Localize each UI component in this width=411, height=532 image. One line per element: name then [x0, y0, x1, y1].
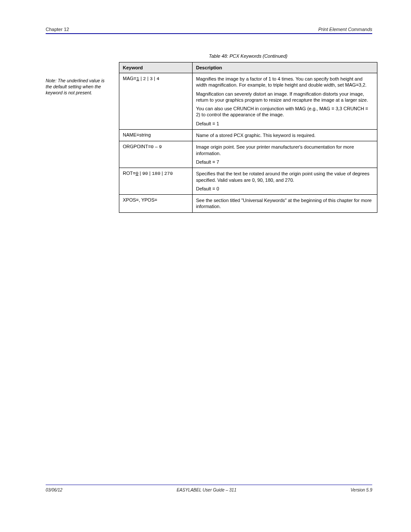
header-section: Print Element Commands: [318, 27, 372, 32]
description-cell: Magnifies the image by a factor of 1 to …: [193, 73, 377, 130]
description-paragraph: Magnification can severely distort an im…: [196, 91, 374, 103]
sidebar-note: Note: The underlined value is the defaul…: [46, 78, 108, 96]
keyword-cell: NAME=string: [119, 130, 193, 141]
description-paragraph: Magnifies the image by a factor of 1 to …: [196, 76, 374, 88]
keyword-cell: MAG=1 | 2 | 3 | 4: [119, 73, 193, 130]
header-rule: [46, 33, 372, 34]
description-cell: Image origin point. See your printer man…: [193, 141, 377, 168]
description-paragraph: You can also use CRUNCH in conjunction w…: [196, 106, 374, 118]
header-chapter: Chapter 12: [46, 27, 69, 32]
keyword-cell: XPOS=, YPOS=: [119, 195, 193, 213]
footer-rule: [46, 485, 372, 485]
table-header-description: Description: [193, 62, 377, 73]
description-paragraph: Name of a stored PCX graphic. This keywo…: [196, 132, 374, 138]
table-row: NAME=stringName of a stored PCX graphic.…: [119, 130, 377, 141]
description-paragraph: Default = 1: [196, 121, 374, 127]
keyword-cell: ORGPOINT=0 – 9: [119, 141, 193, 168]
description-cell: See the section titled "Universal Keywor…: [193, 195, 377, 213]
table-row: ORGPOINT=0 – 9Image origin point. See yo…: [119, 141, 377, 168]
table-row: ROT=0 | 90 | 180 | 270Specifies that the…: [119, 168, 377, 195]
description-paragraph: Specifies that the text be rotated aroun…: [196, 171, 374, 183]
description-cell: Specifies that the text be rotated aroun…: [193, 168, 377, 195]
keywords-table: Keyword Description MAG=1 | 2 | 3 | 4Mag…: [119, 62, 377, 213]
footer-date: 03/06/12: [46, 488, 62, 492]
description-paragraph: See the section titled "Universal Keywor…: [196, 197, 374, 210]
description-paragraph: Image origin point. See your printer man…: [196, 144, 374, 156]
table-caption: Table 48: PCX Keywords (Continued): [119, 53, 377, 59]
table-row: XPOS=, YPOS=See the section titled "Univ…: [119, 195, 377, 213]
description-paragraph: Default = 7: [196, 159, 374, 165]
table-header-keyword: Keyword: [119, 62, 193, 73]
table-row: MAG=1 | 2 | 3 | 4Magnifies the image by …: [119, 73, 377, 130]
keyword-cell: ROT=0 | 90 | 180 | 270: [119, 168, 193, 195]
footer-version: Version 5.9: [351, 488, 372, 492]
description-paragraph: Default = 0: [196, 186, 374, 192]
footer-center: EASYLABEL User Guide – 311: [177, 488, 237, 492]
table-body: MAG=1 | 2 | 3 | 4Magnifies the image by …: [119, 73, 377, 213]
description-cell: Name of a stored PCX graphic. This keywo…: [193, 130, 377, 141]
